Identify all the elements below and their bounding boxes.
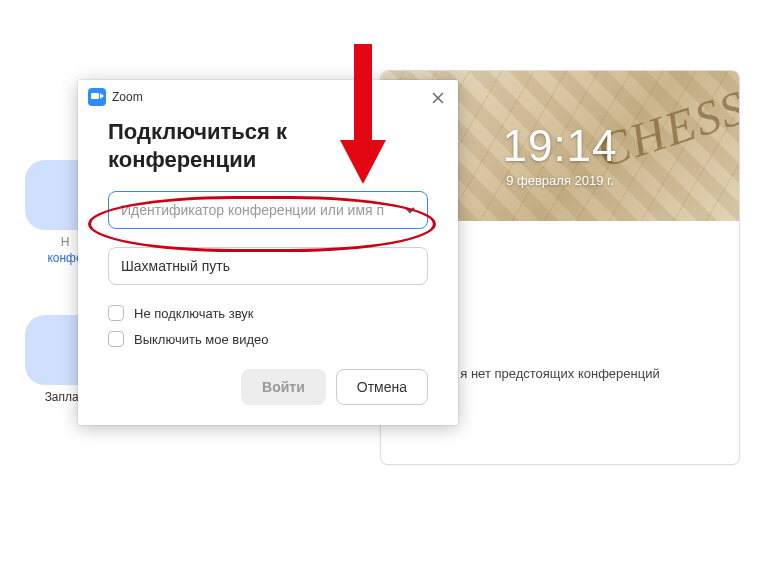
close-icon [432,92,444,104]
meeting-id-placeholder: Идентификатор конференции или имя п [121,202,405,218]
no-audio-label: Не подключать звук [134,306,254,321]
cancel-button[interactable]: Отмена [336,369,428,405]
close-button[interactable] [428,88,448,108]
meeting-id-input[interactable]: Идентификатор конференции или имя п [108,191,428,229]
clock-date: 9 февраля 2019 г. [502,173,617,188]
chevron-down-icon [405,205,415,215]
display-name-input[interactable]: Шахматный путь [108,247,428,285]
no-video-checkbox[interactable] [108,331,124,347]
no-video-label: Выключить мое видео [134,332,269,347]
clock-time: 19:14 [502,121,617,171]
no-audio-checkbox[interactable] [108,305,124,321]
dialog-heading: Подключиться к конференции [108,118,428,173]
zoom-logo-icon [88,88,106,106]
join-button[interactable]: Войти [241,369,326,405]
join-button-label: Войти [262,379,305,395]
dialog-app-name: Zoom [112,90,143,104]
display-name-value: Шахматный путь [121,258,230,274]
join-dialog: Zoom Подключиться к конференции Идентифи… [78,80,458,425]
cancel-button-label: Отмена [357,379,407,395]
